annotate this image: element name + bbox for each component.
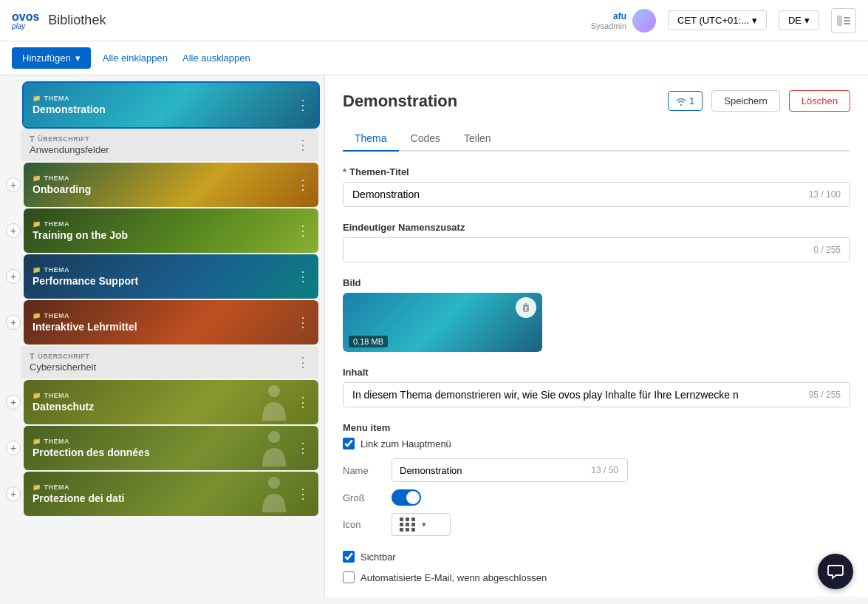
- tab-thema[interactable]: Thema: [343, 126, 399, 152]
- theme-item-performance[interactable]: 📁 THEMA Performance Support ⋮: [24, 254, 318, 299]
- theme-item-interaktiv[interactable]: 📁 THEMA Interaktive Lehrmittel ⋮: [24, 300, 318, 345]
- theme-name-performance: Performance Support: [33, 275, 138, 287]
- context-menu-interaktiv[interactable]: ⋮: [293, 311, 312, 333]
- theme-item-demonstration[interactable]: 📁 THEMA Demonstration ⋮: [24, 83, 318, 127]
- heading-item-anwendungsfelder[interactable]: T ÜBERSCHRIFT Anwendungsfelder ⋮: [21, 129, 318, 161]
- panel-header: Demonstration 1 Speichern Löschen: [343, 90, 850, 112]
- theme-name-onboarding: Onboarding: [33, 183, 91, 195]
- themen-titel-input-wrap: 13 / 100: [343, 182, 850, 207]
- logo-play: play: [12, 22, 25, 30]
- field-label-namenszusatz: Eindeutiger Namenszusatz: [343, 222, 850, 233]
- list-item-onboarding: + 📁 THEMA Onboarding ⋮: [6, 163, 318, 207]
- save-button[interactable]: Speichern: [711, 90, 780, 112]
- lang-label: DE: [788, 15, 802, 26]
- type-label-interaktiv: THEMA: [44, 312, 70, 319]
- avatar[interactable]: [632, 9, 656, 33]
- user-link[interactable]: afu: [613, 11, 626, 21]
- checkbox-sichtbar[interactable]: [343, 551, 355, 563]
- checkbox-hauptmenu[interactable]: [343, 438, 355, 449]
- t-icon-cybersicherheit: T: [30, 352, 35, 361]
- heading-item-cybersicherheit[interactable]: T ÜBERSCHRIFT Cybersicherheit ⋮: [21, 346, 318, 379]
- inhalt-input[interactable]: [344, 383, 800, 407]
- theme-item-datenschutz[interactable]: 📁 THEMA Datenschutz ⋮: [24, 380, 318, 424]
- add-above-performance[interactable]: +: [6, 269, 21, 284]
- add-above-protezione[interactable]: +: [6, 486, 21, 501]
- field-label-menu-item: Menu item: [343, 422, 850, 433]
- context-menu-cybersicherheit[interactable]: ⋮: [296, 354, 310, 370]
- add-button[interactable]: Hinzufügen ▾: [12, 47, 91, 69]
- svg-point-4: [268, 385, 280, 397]
- delete-button[interactable]: Löschen: [789, 90, 850, 112]
- decoration-protection: [259, 430, 289, 470]
- list-item-cybersicherheit: T ÜBERSCHRIFT Cybersicherheit ⋮: [21, 346, 318, 379]
- expand-all-button[interactable]: Alle ausklappen: [180, 50, 253, 67]
- type-label-performance: THEMA: [44, 266, 70, 274]
- logo: ovos play Bibliothek: [12, 10, 106, 30]
- folder-icon-protection: 📁: [33, 438, 41, 445]
- chat-button[interactable]: [818, 554, 853, 589]
- main-layout: 📁 THEMA Demonstration ⋮ T ÜBERSCHRIFT An…: [0, 75, 868, 597]
- context-menu-performance[interactable]: ⋮: [293, 265, 312, 288]
- timezone-button[interactable]: CET (UTC+01:... ▾: [668, 10, 767, 30]
- name-input[interactable]: [392, 459, 582, 481]
- form-row-gross: Groß: [343, 489, 850, 506]
- field-inhalt: Inhalt 95 / 255: [343, 367, 850, 407]
- list-item-protection: + 📁 THEMA Protection des données ⋮: [6, 426, 318, 470]
- svg-rect-7: [524, 306, 528, 311]
- checkbox-row-email: Automatisierte E-Mail, wenn abgeschlosse…: [343, 571, 850, 583]
- field-bild: Bild 0.18 MB: [343, 277, 850, 352]
- checkbox-email[interactable]: [343, 571, 355, 583]
- sidebar-toggle-button[interactable]: [831, 8, 856, 33]
- context-menu-datenschutz[interactable]: ⋮: [293, 391, 312, 413]
- context-menu-anwendungsfelder[interactable]: ⋮: [296, 137, 310, 153]
- theme-item-training[interactable]: 📁 THEMA Training on the Job ⋮: [24, 208, 318, 253]
- field-label-inhalt: Inhalt: [343, 367, 850, 378]
- header: ovos play Bibliothek afu Sysadmin CET (U…: [0, 0, 868, 41]
- wifi-icon: [676, 96, 686, 106]
- add-above-interaktiv[interactable]: +: [6, 315, 21, 330]
- image-preview: 0.18 MB: [343, 293, 542, 352]
- toggle-gross[interactable]: [392, 489, 421, 506]
- collapse-all-button[interactable]: Alle einklappen: [100, 50, 171, 67]
- context-menu-protection[interactable]: ⋮: [293, 437, 312, 459]
- type-label-cybersicherheit: ÜBERSCHRIFT: [38, 353, 89, 360]
- theme-item-protection[interactable]: 📁 THEMA Protection des données ⋮: [24, 426, 318, 470]
- type-label-demonstration: THEMA: [44, 95, 70, 102]
- icon-selector[interactable]: ▾: [392, 513, 451, 536]
- namenszusatz-count: 0 / 255: [804, 238, 850, 262]
- theme-item-onboarding[interactable]: 📁 THEMA Onboarding ⋮: [24, 163, 318, 207]
- list-item-protezione: + 📁 THEMA Protezione dei dati ⋮: [6, 472, 318, 516]
- themen-titel-input[interactable]: [344, 183, 800, 206]
- name-input-wrap: 13 / 50: [392, 458, 628, 482]
- right-panel: Demonstration 1 Speichern Löschen Thema …: [325, 75, 868, 597]
- context-menu-onboarding[interactable]: ⋮: [293, 174, 312, 196]
- grid-icon: [400, 518, 416, 532]
- form-row-icon: Icon ▾: [343, 513, 850, 536]
- name-count: 13 / 50: [582, 459, 627, 481]
- list-item-interaktiv: + 📁 THEMA Interaktive Lehrmittel ⋮: [6, 300, 318, 345]
- badge-count: 1: [689, 95, 694, 106]
- sidebar-icon: [837, 16, 850, 26]
- tab-bar: Thema Codes Teilen: [343, 126, 850, 152]
- tab-codes[interactable]: Codes: [399, 126, 452, 152]
- svg-rect-1: [844, 17, 850, 18]
- type-label-protection: THEMA: [44, 438, 70, 445]
- namenszusatz-input[interactable]: [344, 238, 804, 262]
- add-above-datenschutz[interactable]: +: [6, 395, 21, 410]
- image-delete-button[interactable]: [516, 297, 536, 318]
- field-namenszusatz: Eindeutiger Namenszusatz 0 / 255: [343, 222, 850, 262]
- trash-icon: [521, 302, 531, 313]
- tab-teilen[interactable]: Teilen: [452, 126, 503, 152]
- type-label-datenschutz: THEMA: [44, 392, 70, 399]
- badge-button[interactable]: 1: [668, 91, 703, 111]
- theme-item-protezione[interactable]: 📁 THEMA Protezione dei dati ⋮: [24, 472, 318, 516]
- type-label-onboarding: THEMA: [44, 174, 70, 182]
- context-menu-training[interactable]: ⋮: [293, 220, 312, 242]
- type-label-training: THEMA: [44, 220, 70, 228]
- add-above-protection[interactable]: +: [6, 441, 21, 455]
- context-menu-protezione[interactable]: ⋮: [293, 483, 312, 505]
- add-above-onboarding[interactable]: +: [6, 177, 21, 192]
- add-above-training[interactable]: +: [6, 223, 21, 238]
- lang-button[interactable]: DE ▾: [779, 10, 819, 30]
- context-menu-demonstration[interactable]: ⋮: [293, 94, 312, 116]
